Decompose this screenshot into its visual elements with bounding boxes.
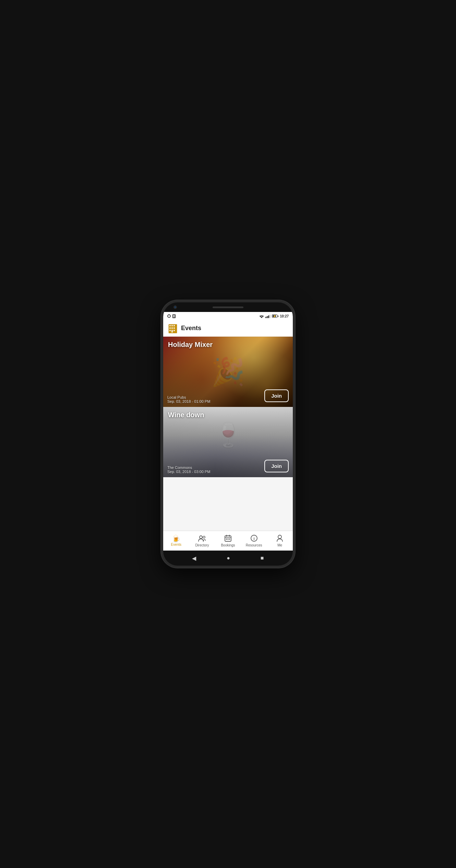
directory-icon (198, 535, 206, 543)
app-screen: Events Holiday Mixer Local Pubs Sep. 03,… (163, 320, 293, 551)
svg-rect-5 (169, 327, 171, 329)
svg-rect-18 (227, 539, 228, 540)
notification-dot-icon (167, 314, 171, 318)
svg-rect-4 (173, 325, 175, 326)
home-button[interactable]: ● (227, 555, 230, 561)
sim-icon (172, 314, 176, 318)
svg-rect-10 (171, 330, 173, 333)
event-datetime-2: Sep. 03, 2018 - 03:00 PM (167, 470, 210, 474)
svg-rect-7 (173, 327, 175, 329)
back-button[interactable]: ◀ (192, 555, 196, 562)
recents-button[interactable]: ■ (261, 555, 264, 561)
svg-rect-8 (169, 330, 171, 331)
event-card-holiday-mixer[interactable]: Holiday Mixer Local Pubs Sep. 03, 2018 -… (163, 337, 293, 407)
time-display: 10:27 (280, 314, 289, 318)
me-icon (277, 535, 283, 543)
status-bar: ⚡ 10:27 (163, 312, 293, 320)
event-text-block-1: Local Pubs Sep. 03, 2018 - 01:00 PM (167, 395, 210, 403)
nav-item-events[interactable]: 🍺 Events (163, 534, 189, 548)
volume-up-button (161, 347, 162, 361)
app-logo-icon (168, 324, 178, 333)
event-location-2: The Commons (167, 466, 210, 470)
nav-item-resources[interactable]: i Resources (241, 533, 267, 548)
nav-item-me[interactable]: Me (267, 533, 293, 548)
status-right-icons: ⚡ 10:27 (259, 314, 289, 318)
svg-point-0 (262, 317, 262, 318)
volume-silent-button (161, 333, 162, 343)
front-camera (173, 305, 177, 309)
svg-rect-9 (173, 330, 175, 331)
event-datetime-1: Sep. 03, 2018 - 01:00 PM (167, 399, 210, 403)
join-button-2[interactable]: Join (264, 460, 289, 472)
event-info-1: Local Pubs Sep. 03, 2018 - 01:00 PM Join (163, 386, 293, 407)
nav-item-bookings[interactable]: Bookings (215, 533, 241, 548)
svg-rect-19 (229, 539, 230, 540)
event-location-1: Local Pubs (167, 395, 210, 399)
phone-bottom-bar: ◀ ● ■ (163, 551, 293, 566)
page-title: Events (181, 325, 201, 332)
speaker-grille (213, 306, 243, 308)
svg-rect-2 (169, 325, 171, 326)
resources-icon: i (251, 535, 257, 543)
power-button (294, 337, 295, 354)
phone-frame: ⚡ 10:27 (161, 300, 295, 568)
events-list[interactable]: Holiday Mixer Local Pubs Sep. 03, 2018 -… (163, 337, 293, 531)
svg-rect-6 (171, 327, 173, 329)
svg-rect-3 (171, 325, 173, 326)
status-left-icons (167, 314, 176, 318)
volume-down-button (161, 364, 162, 378)
nav-label-events: Events (171, 543, 182, 546)
signal-icon (265, 314, 271, 318)
event-text-block-2: The Commons Sep. 03, 2018 - 03:00 PM (167, 466, 210, 474)
phone-top-area (163, 302, 293, 312)
nav-label-directory: Directory (195, 543, 209, 547)
event-name-1: Holiday Mixer (168, 341, 213, 349)
events-icon: 🍺 (172, 535, 180, 542)
bookings-icon (225, 535, 231, 543)
svg-point-12 (203, 536, 205, 538)
svg-text:i: i (253, 537, 254, 541)
battery-icon: ⚡ (272, 314, 278, 318)
svg-point-11 (200, 536, 202, 539)
app-header: Events (163, 320, 293, 337)
nav-item-directory[interactable]: Directory (189, 533, 215, 548)
bottom-nav: 🍺 Events Directory (163, 531, 293, 551)
nav-label-bookings: Bookings (221, 543, 235, 547)
event-info-2: The Commons Sep. 03, 2018 - 03:00 PM Joi… (163, 456, 293, 477)
svg-point-22 (278, 535, 281, 539)
join-button-1[interactable]: Join (264, 389, 289, 402)
event-card-wine-down[interactable]: Wine down The Commons Sep. 03, 2018 - 03… (163, 407, 293, 477)
nav-label-resources: Resources (246, 543, 262, 547)
wifi-icon (259, 314, 264, 318)
event-name-2: Wine down (168, 411, 204, 419)
svg-rect-17 (226, 539, 227, 540)
nav-label-me: Me (277, 543, 282, 547)
